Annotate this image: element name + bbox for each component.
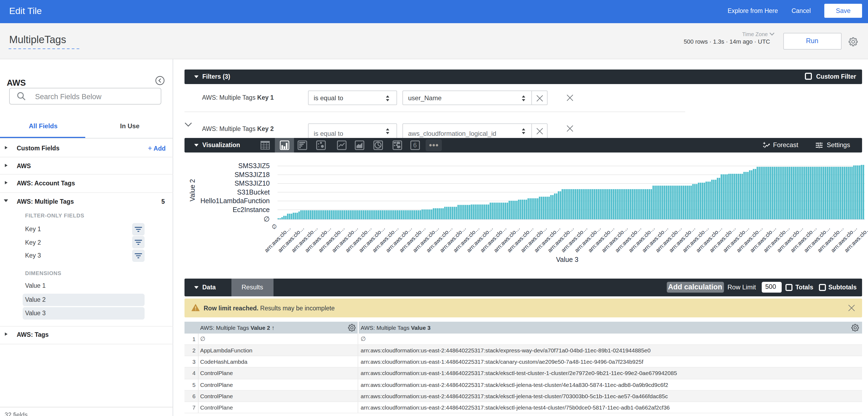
svg-text:6: 6 xyxy=(413,141,416,148)
svg-text:Value 3: Value 3 xyxy=(556,255,578,263)
svg-text:Value 2: Value 2 xyxy=(188,179,196,201)
svg-text:∅: ∅ xyxy=(270,222,278,230)
svg-text:Ec2Instance: Ec2Instance xyxy=(232,206,270,213)
svg-text:SMS3JIZ10: SMS3JIZ10 xyxy=(234,179,270,187)
svg-text:SMS3JIZ5: SMS3JIZ5 xyxy=(238,162,270,169)
svg-text:S31Bucket: S31Bucket xyxy=(237,188,270,196)
svg-text:SMS3JIZ18: SMS3JIZ18 xyxy=(234,171,270,178)
svg-text:∅: ∅ xyxy=(263,215,270,223)
svg-text:Hello1LambdaFunction: Hello1LambdaFunction xyxy=(200,197,270,204)
